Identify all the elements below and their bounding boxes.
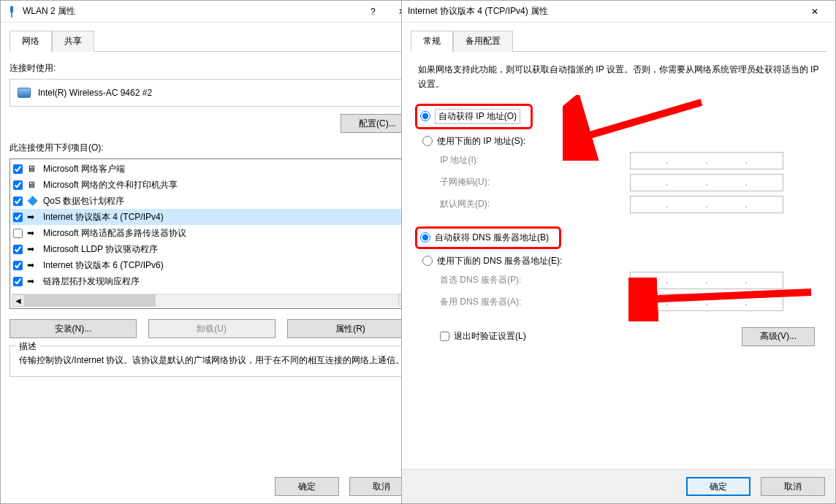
radio-ip-manual[interactable] <box>422 136 433 146</box>
tab-network[interactable]: 网络 <box>10 31 52 52</box>
list-item-checkbox[interactable] <box>13 261 23 270</box>
list-item-checkbox[interactable] <box>13 180 23 190</box>
list-item-label: Microsoft LLDP 协议驱动程序 <box>43 243 158 256</box>
protocol-icon: 🖥 <box>27 164 39 174</box>
titlebar-left: WLAN 2 属性 ? ✕ <box>1 1 422 23</box>
list-item[interactable]: 🔷QoS 数据包计划程序 <box>12 193 411 209</box>
highlight-ip-auto: 自动获得 IP 地址(O) <box>415 104 533 129</box>
tab-sharing[interactable]: 共享 <box>52 31 94 52</box>
scroll-thumb[interactable] <box>25 294 156 307</box>
adapter-icon <box>18 88 31 98</box>
subnet-label: 子网掩码(U): <box>440 176 630 188</box>
radio-ip-auto[interactable] <box>420 111 430 121</box>
tab-alt-config[interactable]: 备用配置 <box>453 31 513 52</box>
close-button-right[interactable]: ✕ <box>800 1 829 22</box>
protocol-icon: ➡ <box>27 228 39 238</box>
radio-dns-auto[interactable] <box>420 232 430 243</box>
list-item-checkbox[interactable] <box>13 213 23 222</box>
protocol-icon: ➡ <box>27 276 39 286</box>
ok-button-right[interactable]: 确定 <box>686 477 750 496</box>
highlight-dns-auto: 自动获得 DNS 服务器地址(B) <box>415 226 561 249</box>
dns2-input: ... <box>630 294 783 311</box>
list-item-label: QoS 数据包计划程序 <box>43 195 124 207</box>
list-item[interactable]: 🖥Microsoft 网络的文件和打印机共享 <box>12 177 411 193</box>
adapter-box: Intel(R) Wireless-AC 9462 #2 <box>10 79 414 107</box>
list-item-checkbox[interactable] <box>13 164 23 174</box>
cancel-button-right[interactable]: 取消 <box>761 477 825 496</box>
svg-rect-0 <box>10 6 13 13</box>
svg-rect-1 <box>11 13 12 18</box>
window-title-right: Internet 协议版本 4 (TCP/IPv4) 属性 <box>408 5 800 18</box>
validate-checkbox[interactable] <box>440 332 449 341</box>
wlan-properties-window: WLAN 2 属性 ? ✕ 网络 共享 连接时使用: Intel(R) Wire… <box>0 0 423 504</box>
subnet-input: ... <box>630 174 783 191</box>
ipv4-properties-window: Internet 协议版本 4 (TCP/IPv4) 属性 ✕ 常规 备用配置 … <box>401 0 836 504</box>
gateway-input: ... <box>630 196 783 213</box>
radio-dns-manual[interactable] <box>422 256 433 266</box>
tabstrip-right: 常规 备用配置 <box>411 30 826 52</box>
list-item-checkbox[interactable] <box>13 229 23 238</box>
ip-address-input: ... <box>630 152 783 169</box>
info-text: 如果网络支持此功能，则可以获取自动指派的 IP 设置。否则，你需要从网络系统管理… <box>418 62 819 92</box>
window-title-left: WLAN 2 属性 <box>23 5 358 18</box>
protocol-icon: 🖥 <box>27 180 39 190</box>
connect-using-label: 连接时使用: <box>10 62 414 75</box>
ip-address-label: IP 地址(I): <box>440 154 630 167</box>
horizontal-scrollbar[interactable]: ◄ ► <box>12 294 411 307</box>
description-groupbox: 描述 传输控制协议/Internet 协议。该协议是默认的广域网络协议，用于在不… <box>10 345 414 377</box>
dialog-buttons-right: 确定 取消 <box>402 469 835 503</box>
list-item[interactable]: ➡Internet 协议版本 6 (TCP/IPv6) <box>12 257 411 273</box>
advanced-button[interactable]: 高级(V)... <box>742 327 815 346</box>
dns1-input: ... <box>630 272 783 289</box>
wlan-icon <box>7 6 18 18</box>
dns2-label: 备用 DNS 服务器(A): <box>440 296 630 308</box>
list-item[interactable]: ➡Microsoft LLDP 协议驱动程序 <box>12 241 411 257</box>
list-item[interactable]: ➡Internet 协议版本 4 (TCP/IPv4) <box>12 209 411 225</box>
radio-dns-auto-label[interactable]: 自动获得 DNS 服务器地址(B) <box>435 232 549 244</box>
radio-ip-manual-label[interactable]: 使用下面的 IP 地址(S): <box>437 135 525 148</box>
list-item-checkbox[interactable] <box>13 277 23 286</box>
tab-general[interactable]: 常规 <box>411 31 453 52</box>
list-item-label: Microsoft 网络的文件和打印机共享 <box>43 179 178 191</box>
protocol-icon: ➡ <box>27 244 39 254</box>
list-item-checkbox[interactable] <box>13 196 23 206</box>
ok-button-left[interactable]: 确定 <box>275 477 339 496</box>
uninstall-button: 卸载(U) <box>148 319 276 338</box>
list-item-label: Microsoft 网络适配器多路传送器协议 <box>43 227 186 240</box>
list-item[interactable]: ➡Microsoft 网络适配器多路传送器协议 <box>12 225 411 241</box>
list-item[interactable]: 🖥Microsoft 网络客户端 <box>12 161 411 177</box>
dns1-label: 首选 DNS 服务器(P): <box>440 274 630 286</box>
list-item[interactable]: ➡链路层拓扑发现响应程序 <box>12 273 411 289</box>
help-button[interactable]: ? <box>358 1 387 22</box>
protocol-listbox[interactable]: 🖥Microsoft 网络客户端🖥Microsoft 网络的文件和打印机共享🔷Q… <box>10 159 414 309</box>
items-label: 此连接使用下列项目(O): <box>10 142 414 154</box>
protocol-icon: 🔷 <box>27 196 39 206</box>
scroll-left-icon[interactable]: ◄ <box>12 294 25 307</box>
list-item-label: Internet 协议版本 4 (TCP/IPv4) <box>43 211 164 224</box>
list-item-checkbox[interactable] <box>13 245 23 254</box>
tabstrip-left: 网络 共享 <box>10 30 414 52</box>
adapter-name: Intel(R) Wireless-AC 9462 #2 <box>38 88 152 98</box>
radio-dns-manual-label[interactable]: 使用下面的 DNS 服务器地址(E): <box>437 255 562 267</box>
protocol-icon: ➡ <box>27 260 39 270</box>
install-button[interactable]: 安装(N)... <box>10 319 137 338</box>
radio-ip-auto-label[interactable]: 自动获得 IP 地址(O) <box>435 109 520 124</box>
list-item-label: 链路层拓扑发现响应程序 <box>43 275 140 288</box>
description-text: 传输控制协议/Internet 协议。该协议是默认的广域网络协议，用于在不同的相… <box>19 354 404 367</box>
properties-button[interactable]: 属性(R) <box>287 319 414 338</box>
protocol-icon: ➡ <box>27 212 39 222</box>
gateway-label: 默认网关(D): <box>440 198 630 210</box>
titlebar-right: Internet 协议版本 4 (TCP/IPv4) 属性 ✕ <box>402 1 835 23</box>
description-legend: 描述 <box>16 340 39 353</box>
list-item-label: Microsoft 网络客户端 <box>43 163 125 175</box>
list-item-label: Internet 协议版本 6 (TCP/IPv6) <box>43 259 164 272</box>
validate-label[interactable]: 退出时验证设置(L) <box>454 330 526 343</box>
